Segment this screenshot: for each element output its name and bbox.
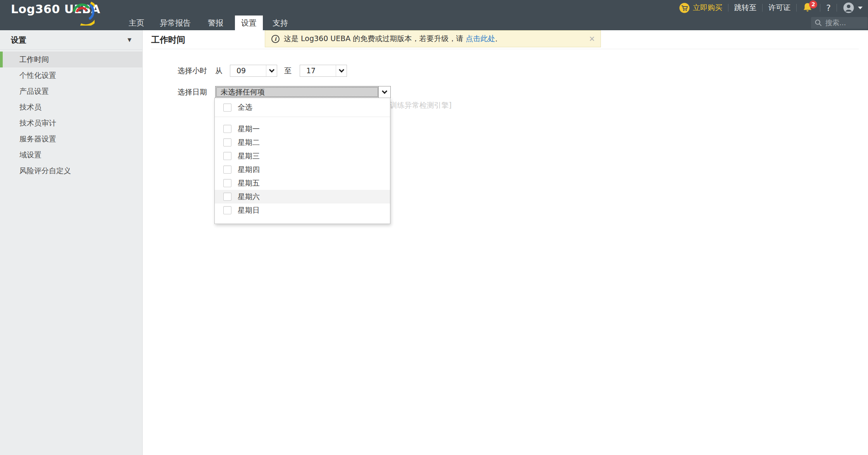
thursday-checkbox[interactable] <box>223 165 231 174</box>
sidebar-title[interactable]: 设置 ▼ <box>0 30 142 50</box>
sidebar-item-domain-settings[interactable]: 域设置 <box>0 147 142 163</box>
friday-checkbox[interactable] <box>223 179 231 187</box>
to-hour-select[interactable]: 17 <box>300 65 347 77</box>
chevron-down-icon <box>266 65 277 76</box>
chevron-down-icon <box>336 65 347 76</box>
from-hour-select[interactable]: 09 <box>230 65 277 77</box>
chevron-down-icon <box>858 7 863 9</box>
cart-icon <box>679 3 690 13</box>
option-saturday[interactable]: 星期六 <box>215 190 390 203</box>
from-label: 从 <box>215 65 223 77</box>
sidebar-item-technician-audit[interactable]: 技术员审计 <box>0 115 142 131</box>
sunday-checkbox[interactable] <box>223 206 231 214</box>
top-header: Log360 UEBA 主页 异常报告 警报 设置 支持 立即购买 跳转至 <box>0 0 868 30</box>
sidebar-item-server-settings[interactable]: 服务器设置 <box>0 131 142 147</box>
to-hour-value: 17 <box>306 65 316 76</box>
select-all-checkbox[interactable] <box>223 103 231 112</box>
sidebar-menu: 工作时间 个性化设置 产品设置 技术员 技术员审计 服务器设置 域设置 风险评分… <box>0 52 142 179</box>
upgrade-link[interactable]: 点击此处 <box>466 34 495 44</box>
nav-support[interactable]: 支持 <box>271 16 290 30</box>
option-friday[interactable]: 星期五 <box>215 176 390 190</box>
notifications-button[interactable]: 2 <box>802 2 814 14</box>
option-label: 星期一 <box>238 124 260 134</box>
divider <box>728 4 728 12</box>
buy-now-button[interactable]: 立即购买 <box>679 3 722 13</box>
option-label: 星期六 <box>238 192 260 202</box>
settings-sidebar: 设置 ▼ 工作时间 个性化设置 产品设置 技术员 技术员审计 服务器设置 域设置… <box>0 30 143 455</box>
option-monday[interactable]: 星期一 <box>215 122 390 136</box>
info-icon: i <box>271 35 280 43</box>
nav-alerts[interactable]: 警报 <box>206 16 225 30</box>
from-hour-value: 09 <box>236 65 246 76</box>
log360-swoosh-icon <box>72 0 95 26</box>
weekday-options: 星期一 星期二 星期三 星期四 星期五 <box>215 117 390 217</box>
app-screen: Log360 UEBA 主页 异常报告 警报 设置 支持 立即购买 跳转至 <box>0 0 868 455</box>
jump-to-button[interactable]: 跳转至 <box>734 3 756 13</box>
chevron-down-icon <box>378 86 390 98</box>
monday-checkbox[interactable] <box>223 125 231 133</box>
option-label: 星期日 <box>238 205 260 215</box>
to-label: 至 <box>284 65 292 77</box>
option-label: 星期四 <box>238 165 260 175</box>
main-content: 工作时间 i 这是 Log360 UEBA 的免费或过期版本，若要升级，请 点击… <box>143 30 868 455</box>
select-days-label: 选择日期 <box>178 86 207 98</box>
sidebar-title-label: 设置 <box>11 35 26 45</box>
divider <box>837 4 837 12</box>
wednesday-checkbox[interactable] <box>223 152 231 160</box>
divider <box>762 4 763 12</box>
sidebar-item-technicians[interactable]: 技术员 <box>0 99 142 115</box>
select-all-option[interactable]: 全选 <box>215 98 390 117</box>
search-icon <box>815 19 822 27</box>
train-engine-disabled-link: [训练异常检测引擎] <box>387 100 452 110</box>
divider <box>820 4 820 12</box>
option-label: 星期五 <box>238 178 260 188</box>
days-dropdown-panel: 全选 星期一 星期二 星期三 星期四 <box>214 98 390 224</box>
license-button[interactable]: 许可证 <box>768 3 790 13</box>
days-multiselect-value: 未选择任何项 <box>221 86 265 98</box>
option-label: 星期二 <box>238 138 260 148</box>
banner-suffix: . <box>495 34 497 43</box>
user-avatar-icon <box>843 2 854 14</box>
sidebar-item-risk-score-custom[interactable]: 风险评分自定义 <box>0 163 142 179</box>
nav-anomaly-reports[interactable]: 异常报告 <box>157 16 193 30</box>
select-hours-label: 选择小时 <box>178 65 207 77</box>
banner-text: 这是 Log360 UEBA 的免费或过期版本，若要升级，请 <box>284 34 463 44</box>
saturday-checkbox[interactable] <box>223 193 231 201</box>
license-banner: i 这是 Log360 UEBA 的免费或过期版本，若要升级，请 点击此处 . … <box>265 30 601 47</box>
buy-now-label: 立即购买 <box>693 3 722 13</box>
sidebar-item-working-hours[interactable]: 工作时间 <box>0 52 142 67</box>
tuesday-checkbox[interactable] <box>223 138 231 146</box>
divider <box>796 4 797 12</box>
sidebar-item-product-settings[interactable]: 产品设置 <box>0 83 142 99</box>
header-actions: 立即购买 跳转至 许可证 2 ? <box>679 0 863 16</box>
nav-settings[interactable]: 设置 <box>235 16 263 30</box>
option-label: 星期三 <box>238 151 260 161</box>
page-title: 工作时间 <box>151 34 185 46</box>
nav-home[interactable]: 主页 <box>127 16 146 30</box>
search-input[interactable]: 搜索... <box>811 17 868 29</box>
days-multiselect[interactable]: 未选择任何项 <box>215 86 391 98</box>
option-sunday[interactable]: 星期日 <box>215 203 390 217</box>
help-button[interactable]: ? <box>826 3 831 13</box>
select-all-label: 全选 <box>238 102 252 112</box>
notification-count-badge: 2 <box>809 0 817 9</box>
option-wednesday[interactable]: 星期三 <box>215 149 390 163</box>
search-placeholder: 搜索... <box>825 18 846 28</box>
option-thursday[interactable]: 星期四 <box>215 163 390 176</box>
close-icon[interactable]: ✕ <box>589 34 595 43</box>
user-menu-button[interactable] <box>843 2 863 14</box>
sidebar-item-personalization[interactable]: 个性化设置 <box>0 67 142 83</box>
title-divider <box>151 49 859 49</box>
collapse-chevron-icon[interactable]: ▼ <box>128 30 131 50</box>
option-tuesday[interactable]: 星期二 <box>215 136 390 149</box>
